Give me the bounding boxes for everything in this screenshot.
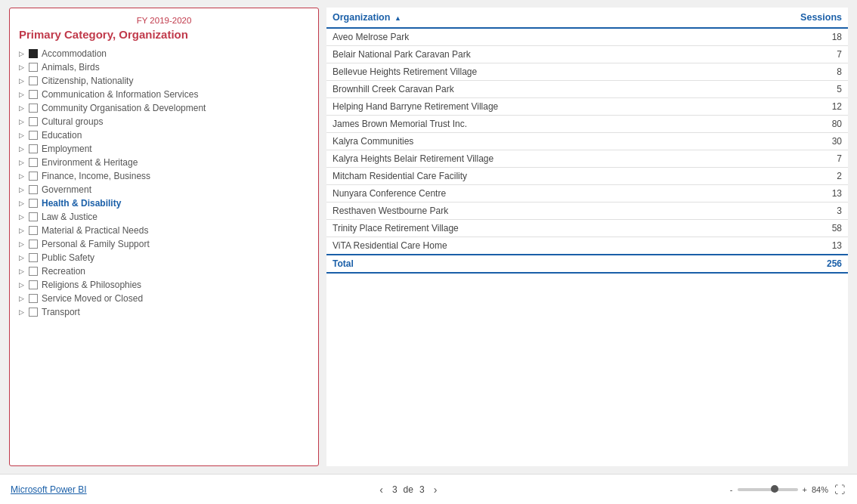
sessions-cell: 30 xyxy=(729,133,848,150)
category-item[interactable]: ▷Environment & Heritage xyxy=(16,156,312,169)
category-checkbox[interactable] xyxy=(29,294,38,303)
category-item[interactable]: ▷Transport xyxy=(16,305,312,319)
category-checkbox[interactable] xyxy=(29,267,38,276)
category-item[interactable]: ▷Public Safety xyxy=(16,251,312,264)
prev-page-button[interactable]: ‹ xyxy=(376,482,386,497)
expand-arrow-icon: ▷ xyxy=(19,227,26,234)
category-checkbox[interactable] xyxy=(29,49,38,58)
expand-arrow-icon: ▷ xyxy=(19,172,26,180)
category-checkbox[interactable] xyxy=(29,144,38,153)
left-panel: FY 2019-2020 Primary Category, Organizat… xyxy=(9,8,319,466)
org-cell: Bellevue Heights Retirement Village xyxy=(326,63,729,81)
bottom-bar: Microsoft Power BI ‹ 3 de 3 › - + 84% ⛶ xyxy=(0,474,857,504)
table-row[interactable]: Resthaven Westbourne Park3 xyxy=(326,203,848,220)
sessions-cell: 18 xyxy=(729,28,848,46)
category-item[interactable]: ▷Community Organisation & Development xyxy=(16,101,312,115)
category-checkbox[interactable] xyxy=(29,212,38,221)
category-checkbox[interactable] xyxy=(29,172,38,181)
category-item[interactable]: ▷Cultural groups xyxy=(16,115,312,128)
sessions-cell: 80 xyxy=(729,116,848,133)
category-checkbox[interactable] xyxy=(29,90,38,99)
table-row[interactable]: Kalyra Heights Belair Retirement Village… xyxy=(326,150,848,168)
category-checkbox[interactable] xyxy=(29,104,38,113)
category-checkbox[interactable] xyxy=(29,226,38,235)
category-checkbox[interactable] xyxy=(29,308,38,317)
category-item[interactable]: ▷Education xyxy=(16,128,312,142)
table-row[interactable]: ViTA Residential Care Home13 xyxy=(326,237,848,255)
table-row[interactable]: Mitcham Residential Care Facility2 xyxy=(326,168,848,185)
sessions-cell: 8 xyxy=(729,63,848,81)
category-label: Transport xyxy=(42,307,80,317)
org-cell: James Brown Memorial Trust Inc. xyxy=(326,116,729,133)
category-item[interactable]: ▷Communication & Information Services xyxy=(16,88,312,101)
zoom-slider-track[interactable] xyxy=(738,488,798,491)
category-item[interactable]: ▷Recreation xyxy=(16,264,312,278)
category-item[interactable]: ▷Personal & Family Support xyxy=(16,237,312,251)
page-total: 3 xyxy=(419,484,425,495)
category-checkbox[interactable] xyxy=(29,280,38,289)
table-row[interactable]: James Brown Memorial Trust Inc.80 xyxy=(326,116,848,133)
table-row[interactable]: Brownhill Creek Caravan Park5 xyxy=(326,81,848,98)
category-label: Accommodation xyxy=(42,48,107,59)
category-checkbox[interactable] xyxy=(29,158,38,167)
fullscreen-button[interactable]: ⛶ xyxy=(833,482,846,497)
next-page-button[interactable]: › xyxy=(431,482,441,497)
sessions-header-label: Sessions xyxy=(800,12,842,23)
category-checkbox[interactable] xyxy=(29,117,38,126)
category-checkbox[interactable] xyxy=(29,253,38,262)
table-row[interactable]: Nunyara Conference Centre13 xyxy=(326,185,848,203)
expand-arrow-icon: ▷ xyxy=(19,77,26,85)
category-item[interactable]: ▷Citizenship, Nationality xyxy=(16,74,312,88)
org-cell: Helping Hand Barryne Retirement Village xyxy=(326,98,729,116)
category-item[interactable]: ▷Service Moved or Closed xyxy=(16,292,312,305)
expand-arrow-icon: ▷ xyxy=(19,281,26,289)
table-row[interactable]: Bellevue Heights Retirement Village8 xyxy=(326,63,848,81)
table-row[interactable]: Helping Hand Barryne Retirement Village1… xyxy=(326,98,848,116)
category-item[interactable]: ▷Accommodation xyxy=(16,47,312,60)
category-item[interactable]: ▷Material & Practical Needs xyxy=(16,224,312,237)
category-label: Religions & Philosophies xyxy=(42,280,141,290)
sessions-cell: 7 xyxy=(729,46,848,63)
category-checkbox[interactable] xyxy=(29,76,38,85)
sessions-cell: 7 xyxy=(729,150,848,168)
category-checkbox[interactable] xyxy=(29,63,38,72)
right-panel: Organization ▲ Sessions Aveo Melrose Par… xyxy=(326,8,848,466)
sessions-cell: 2 xyxy=(729,168,848,185)
category-checkbox[interactable] xyxy=(29,199,38,208)
org-column-header[interactable]: Organization ▲ xyxy=(326,8,729,28)
table-row[interactable]: Trinity Place Retirement Village58 xyxy=(326,220,848,237)
category-item[interactable]: ▷Health & Disability xyxy=(16,196,312,210)
category-checkbox[interactable] xyxy=(29,185,38,194)
fy-label: FY 2019-2020 xyxy=(16,16,312,25)
category-label: Health & Disability xyxy=(42,198,121,209)
sessions-column-header: Sessions xyxy=(729,8,848,28)
expand-arrow-icon: ▷ xyxy=(19,63,26,71)
category-label: Community Organisation & Development xyxy=(42,103,206,113)
expand-arrow-icon: ▷ xyxy=(19,199,26,207)
category-item[interactable]: ▷Finance, Income, Business xyxy=(16,169,312,183)
org-header-label: Organization xyxy=(333,12,390,23)
category-label: Animals, Birds xyxy=(42,62,100,73)
powerbi-brand-link[interactable]: Microsoft Power BI xyxy=(11,484,87,495)
sessions-cell: 58 xyxy=(729,220,848,237)
category-item[interactable]: ▷Animals, Birds xyxy=(16,60,312,74)
table-row[interactable]: Belair National Park Caravan Park7 xyxy=(326,46,848,63)
page-separator: de xyxy=(404,484,413,495)
category-label: Personal & Family Support xyxy=(42,239,150,249)
category-label: Education xyxy=(42,130,82,141)
table-row[interactable]: Aveo Melrose Park18 xyxy=(326,28,848,46)
category-item[interactable]: ▷Law & Justice xyxy=(16,210,312,224)
category-label: Service Moved or Closed xyxy=(42,293,143,304)
category-checkbox[interactable] xyxy=(29,131,38,140)
org-cell: Trinity Place Retirement Village xyxy=(326,220,729,237)
table-row[interactable]: Kalyra Communities30 xyxy=(326,133,848,150)
category-item[interactable]: ▷Government xyxy=(16,183,312,196)
category-item[interactable]: ▷Religions & Philosophies xyxy=(16,278,312,292)
category-item[interactable]: ▷Employment xyxy=(16,142,312,156)
expand-arrow-icon: ▷ xyxy=(19,240,26,248)
category-label: Recreation xyxy=(42,266,85,277)
expand-arrow-icon: ▷ xyxy=(19,131,26,139)
category-checkbox[interactable] xyxy=(29,240,38,249)
zoom-value: 84% xyxy=(812,485,828,494)
org-cell: Kalyra Heights Belair Retirement Village xyxy=(326,150,729,168)
